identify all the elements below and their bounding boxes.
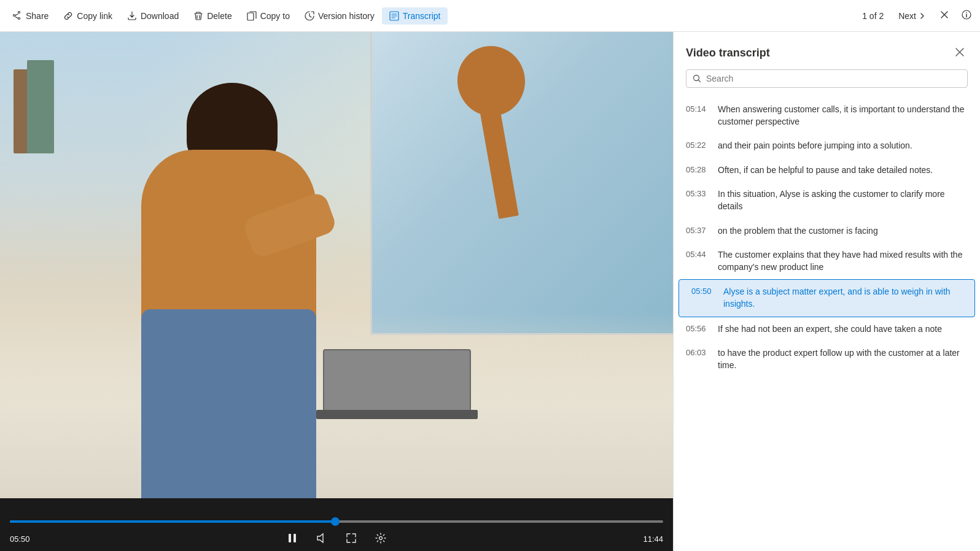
transcript-item[interactable]: 06:03to have the product expert follow u… [674, 341, 980, 377]
transcript-timestamp: 05:22 [686, 140, 708, 152]
transcript-item[interactable]: 05:50Alyse is a subject matter expert, a… [679, 279, 975, 317]
chevron-right-icon [919, 12, 926, 20]
transcript-text: and their pain points before jumping int… [718, 140, 912, 152]
close-icon [939, 10, 949, 20]
toolbar-right: 1 of 2 Next [857, 6, 975, 25]
transcript-text: If she had not been an expert, she could… [718, 323, 942, 336]
transcript-timestamp: 05:37 [686, 225, 708, 237]
transcript-text: on the problem that the customer is faci… [718, 225, 878, 237]
video-controls-center [284, 530, 389, 549]
search-input-wrap [686, 69, 968, 88]
download-icon [127, 11, 137, 21]
progress-track[interactable] [10, 520, 663, 523]
volume-icon [316, 532, 328, 544]
transcript-timestamp: 05:14 [686, 104, 708, 128]
search-icon [693, 74, 701, 83]
copy-link-icon [63, 11, 73, 21]
settings-icon [375, 532, 387, 544]
fullscreen-button[interactable] [343, 530, 360, 549]
transcript-text: Often, if can be helpful to pause and ta… [718, 164, 933, 177]
svg-rect-4 [289, 534, 291, 542]
mute-button[interactable] [313, 530, 330, 549]
pause-icon [286, 532, 298, 544]
delete-icon [193, 11, 203, 21]
transcript-timestamp: 05:44 [686, 249, 708, 273]
copy-to-button[interactable]: Copy to [239, 7, 297, 25]
transcript-timestamp: 05:33 [686, 188, 708, 212]
transcript-close-button[interactable] [952, 44, 968, 62]
transcript-header: Video transcript [674, 32, 980, 69]
transcript-button[interactable]: Transcript [382, 7, 448, 25]
progress-bar-area[interactable] [0, 520, 673, 523]
transcript-item[interactable]: 05:44The customer explains that they hav… [674, 243, 980, 279]
video-bottom-bar: 05:50 [0, 526, 673, 551]
transcript-text: When answering customer calls, it is imp… [718, 104, 968, 128]
close-toolbar-button[interactable] [936, 6, 953, 25]
info-button[interactable] [958, 6, 975, 25]
svg-rect-0 [247, 13, 254, 20]
transcript-item[interactable]: 05:28Often, if can be helpful to pause a… [674, 158, 980, 183]
info-icon [962, 10, 971, 20]
main-area: 05:50 [0, 32, 980, 551]
transcript-panel: Video transcript 05:14When answering cus… [673, 32, 980, 551]
transcript-timestamp: 05:56 [686, 323, 708, 336]
transcript-text: Alyse is a subject matter expert, and is… [723, 286, 962, 310]
time-total: 11:44 [643, 534, 663, 544]
svg-point-3 [966, 12, 967, 13]
pause-button[interactable] [284, 530, 301, 549]
toolbar: Share Copy link Download Delete Copy to [0, 0, 980, 32]
transcript-list: 05:14When answering customer calls, it i… [674, 95, 980, 551]
copy-link-button[interactable]: Copy link [56, 7, 120, 25]
share-button[interactable]: Share [5, 7, 56, 25]
transcript-text: to have the product expert follow up wit… [718, 347, 968, 371]
transcript-title: Video transcript [686, 47, 770, 60]
page-indicator: 1 of 2 [857, 11, 889, 21]
svg-point-6 [379, 536, 383, 539]
download-button[interactable]: Download [120, 7, 186, 25]
search-input[interactable] [706, 74, 961, 83]
video-scene [0, 32, 673, 498]
transcript-item[interactable]: 05:37on the problem that the customer is… [674, 219, 980, 244]
copy-to-icon [247, 11, 257, 21]
version-history-button[interactable]: Version history [297, 7, 382, 25]
transcript-item[interactable]: 05:33In this situation, Alyse is asking … [674, 182, 980, 218]
transcript-text: The customer explains that they have had… [718, 249, 968, 273]
close-icon [954, 47, 965, 58]
transcript-text: In this situation, Alyse is asking the c… [718, 188, 968, 212]
search-bar [674, 69, 980, 95]
video-panel: 05:50 [0, 32, 673, 551]
svg-rect-5 [294, 534, 296, 542]
time-current: 05:50 [10, 534, 30, 544]
share-icon [12, 11, 22, 21]
transcript-icon [389, 11, 399, 21]
transcript-item[interactable]: 05:56If she had not been an expert, she … [674, 317, 980, 342]
transcript-timestamp: 06:03 [686, 347, 708, 371]
transcript-item[interactable]: 05:22and their pain points before jumpin… [674, 134, 980, 158]
transcript-timestamp: 05:50 [691, 286, 714, 310]
video-background [0, 32, 673, 498]
fullscreen-icon [345, 532, 357, 544]
next-button[interactable]: Next [893, 9, 931, 23]
settings-button[interactable] [372, 530, 389, 549]
version-history-icon [305, 11, 314, 21]
transcript-item[interactable]: 05:14When answering customer calls, it i… [674, 98, 980, 134]
progress-thumb[interactable] [331, 517, 340, 526]
delete-button[interactable]: Delete [186, 7, 239, 25]
transcript-timestamp: 05:28 [686, 164, 708, 177]
progress-fill [10, 520, 335, 523]
